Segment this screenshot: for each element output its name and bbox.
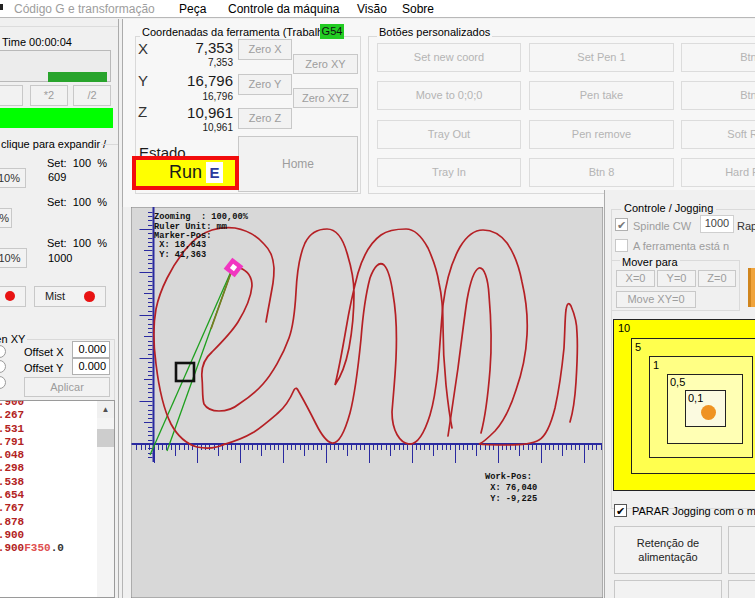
svg-text:Y: -9,225: Y: -9,225 [485, 494, 537, 504]
svg-text:Y: 41,363: Y: 41,363 [154, 250, 206, 260]
svg-text:X: 76,040: X: 76,040 [485, 483, 537, 493]
svg-text:Work-Pos:: Work-Pos: [485, 472, 532, 482]
